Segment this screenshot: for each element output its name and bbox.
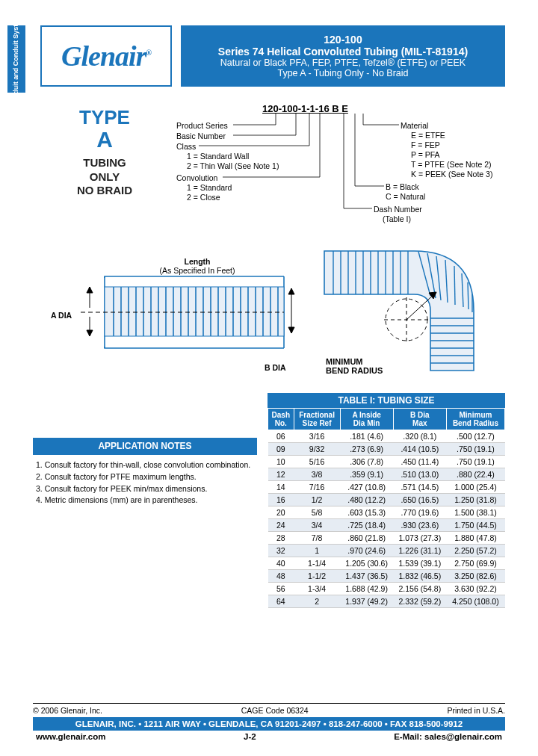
table-cell: .427 (10.8) bbox=[340, 481, 393, 494]
table-cell: 1.437 (36.5) bbox=[340, 570, 393, 583]
table-cell: .770 (19.6) bbox=[393, 506, 446, 519]
table-cell: 06 bbox=[268, 430, 294, 443]
page-number: J-2 bbox=[244, 732, 256, 741]
logo-name: Glenair bbox=[61, 40, 146, 72]
table-cell: .880 (22.4) bbox=[446, 468, 504, 481]
pn-mat-e: E = ETFE bbox=[411, 131, 445, 140]
b-dia-label: B DIA bbox=[265, 363, 286, 372]
notes-box: APPLICATION NOTES 1. Consult factory for… bbox=[33, 438, 257, 608]
table-cell: 4.250 (108.0) bbox=[446, 595, 504, 608]
svg-marker-33 bbox=[288, 327, 294, 333]
lower-row: APPLICATION NOTES 1. Consult factory for… bbox=[33, 393, 505, 608]
logo-reg: ® bbox=[146, 49, 150, 57]
table-cell: 1.880 (47.8) bbox=[446, 532, 504, 545]
table-cell: 1.937 (49.2) bbox=[340, 595, 393, 608]
footer-bottom: www.glenair.com J-2 E-Mail: sales@glenai… bbox=[33, 731, 505, 741]
svg-marker-32 bbox=[288, 288, 294, 294]
table-cell: 3/8 bbox=[294, 468, 340, 481]
part-number-diagram: 120-100-1-1-16 B E Product Series Basic … bbox=[176, 103, 505, 238]
cage-code: CAGE Code 06324 bbox=[241, 706, 309, 715]
table-row: 561-3/41.688 (42.9)2.156 (54.8)3.630 (92… bbox=[268, 583, 505, 595]
table-cell: .480 (12.2) bbox=[340, 494, 393, 506]
table-cell: 28 bbox=[268, 532, 294, 545]
table-cell: .273 (6.9) bbox=[340, 443, 393, 456]
pn-mat-k: K = PEEK (See Note 3) bbox=[411, 170, 492, 179]
table-cell: 48 bbox=[268, 570, 294, 583]
footer-top: © 2006 Glenair, Inc. CAGE Code 06324 Pri… bbox=[33, 703, 505, 715]
table-row: 123/8.359 (9.1).510 (13.0).880 (22.4) bbox=[268, 468, 505, 481]
table-cell: .750 (19.1) bbox=[446, 456, 504, 468]
table-cell: .725 (18.4) bbox=[340, 519, 393, 532]
table-cell: 1.000 (25.4) bbox=[446, 481, 504, 494]
pn-product-series: Product Series bbox=[176, 121, 228, 130]
table-body: 063/16.181 (4.6).320 (8.1).500 (12.7)099… bbox=[268, 430, 505, 608]
tube-svg bbox=[33, 244, 287, 378]
title-type: Type A - Tubing Only - No Braid bbox=[187, 68, 499, 78]
table-cell: .860 (21.8) bbox=[340, 532, 393, 545]
table-cell: 9/32 bbox=[294, 443, 340, 456]
table-cell: 40 bbox=[268, 557, 294, 570]
pn-mat-p: P = PFA bbox=[411, 150, 440, 159]
diagram-row: Length (As Specified In Feet) A DIA bbox=[33, 244, 505, 385]
table-cell: 2 bbox=[294, 595, 340, 608]
table-cell: 32 bbox=[268, 545, 294, 557]
bend-radius-label: MINIMUM BEND RADIUS bbox=[326, 357, 383, 375]
pn-color-b: B = Black bbox=[386, 182, 419, 191]
table-cell: .603 (15.3) bbox=[340, 506, 393, 519]
pn-class: Class bbox=[176, 142, 196, 151]
table-cell: .320 (8.1) bbox=[393, 430, 446, 443]
pn-conv2: 2 = Close bbox=[187, 193, 220, 202]
table-cell: .500 (12.7) bbox=[446, 430, 504, 443]
table-cell: 3/16 bbox=[294, 430, 340, 443]
title-materials: Natural or Black PFA, FEP, PTFE, Tefzel®… bbox=[187, 58, 499, 68]
table-cell: .414 (10.5) bbox=[393, 443, 446, 456]
table-cell: 1-1/4 bbox=[294, 557, 340, 570]
table-header-row: Dash No. Fractional Size Ref A Inside Di… bbox=[268, 409, 505, 430]
table-cell: .306 (7.8) bbox=[340, 456, 393, 468]
notes-header: APPLICATION NOTES bbox=[33, 438, 257, 454]
table-cell: 10 bbox=[268, 456, 294, 468]
table-cell: 1-1/2 bbox=[294, 570, 340, 583]
table-cell: 16 bbox=[268, 494, 294, 506]
website: www.glenair.com bbox=[36, 732, 106, 741]
printed-in: Printed in U.S.A. bbox=[447, 706, 505, 715]
table-cell: 1.539 (39.1) bbox=[393, 557, 446, 570]
table-row: 481-1/21.437 (36.5)1.832 (46.5)3.250 (82… bbox=[268, 570, 505, 583]
table-row: 287/8.860 (21.8)1.073 (27.3)1.880 (47.8) bbox=[268, 532, 505, 545]
table-cell: 2.332 (59.2) bbox=[393, 595, 446, 608]
footer: © 2006 Glenair, Inc. CAGE Code 06324 Pri… bbox=[33, 703, 505, 741]
table-row: 105/16.306 (7.8).450 (11.4).750 (19.1) bbox=[268, 456, 505, 468]
pn-convolution: Convolution bbox=[176, 173, 217, 182]
bend-diagram: MINIMUM BEND RADIUS bbox=[302, 244, 505, 385]
type-line1: TYPE bbox=[33, 108, 176, 128]
th-a: A Inside Dia Min bbox=[340, 409, 393, 430]
note-item: 4. Metric dimensions (mm) are in parenth… bbox=[36, 495, 254, 506]
svg-line-58 bbox=[468, 282, 469, 309]
table-cell: 1/2 bbox=[294, 494, 340, 506]
type-a-label: TYPE A TUBING ONLY NO BRAID bbox=[33, 103, 176, 238]
table-cell: 7/16 bbox=[294, 481, 340, 494]
table-cell: .571 (14.5) bbox=[393, 481, 446, 494]
svg-line-56 bbox=[454, 266, 455, 305]
title-series: Series 74 Helical Convoluted Tubing (MIL… bbox=[187, 46, 499, 58]
table-cell: 12 bbox=[268, 468, 294, 481]
table-cell: 2.156 (54.8) bbox=[393, 583, 446, 595]
type-line3: TUBING bbox=[33, 156, 176, 170]
table-cell: .359 (9.1) bbox=[340, 468, 393, 481]
table-row: 063/16.181 (4.6).320 (8.1).500 (12.7) bbox=[268, 430, 505, 443]
header-row: Glenair® 120-100 Series 74 Helical Convo… bbox=[40, 25, 505, 87]
table-row: 205/8.603 (15.3).770 (19.6)1.500 (38.1) bbox=[268, 506, 505, 519]
table-cell: 1.832 (46.5) bbox=[393, 570, 446, 583]
svg-marker-29 bbox=[87, 287, 93, 293]
table-cell: 1.250 (31.8) bbox=[446, 494, 504, 506]
pn-dash-ref: (Table I) bbox=[383, 214, 411, 223]
pn-mat-f: F = FEP bbox=[411, 140, 440, 149]
table-cell: 09 bbox=[268, 443, 294, 456]
table-cell: 3.630 (92.2) bbox=[446, 583, 504, 595]
table-cell: 2.250 (57.2) bbox=[446, 545, 504, 557]
th-frac: Fractional Size Ref bbox=[294, 409, 340, 430]
table-cell: 64 bbox=[268, 595, 294, 608]
table-cell: 20 bbox=[268, 506, 294, 519]
table-row: 243/4.725 (18.4).930 (23.6)1.750 (44.5) bbox=[268, 519, 505, 532]
table-cell: 24 bbox=[268, 519, 294, 532]
